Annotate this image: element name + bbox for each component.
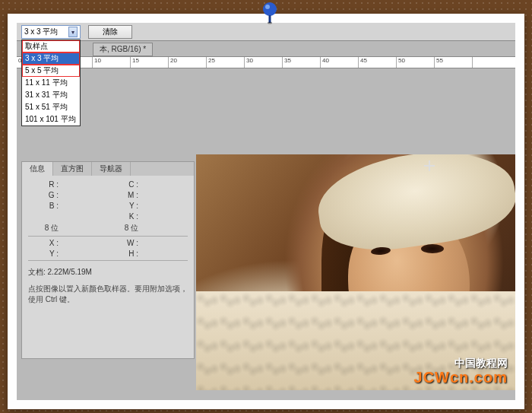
clear-button[interactable]: 清除	[88, 25, 132, 39]
ruler-mark: 15	[131, 57, 169, 68]
color-sampler-cursor-icon	[424, 160, 435, 171]
ruler-mark: 50	[397, 57, 435, 68]
separator	[28, 260, 188, 261]
label-b: B :	[28, 202, 59, 210]
ruler-mark: 25	[207, 57, 245, 68]
label-c: C :	[108, 180, 138, 189]
svg-point-2	[268, 22, 272, 24]
ruler-mark: 10	[93, 57, 131, 68]
canvas[interactable]: 中国教程网 JCWcn.com	[196, 154, 515, 390]
svg-point-0	[263, 2, 277, 16]
options-bar: 3 x 3 平均 ▾ 清除	[17, 23, 515, 41]
info-panel: 信息 直方图 导航器 R : C : G : M : B : Y :	[21, 161, 195, 359]
label-r: R :	[28, 180, 59, 189]
doc-value: 2.22M/5.19M	[48, 268, 92, 276]
chevron-down-icon: ▾	[68, 27, 78, 37]
horizontal-ruler: 0 5 10 15 20 25 30 35 40 45 50 55	[17, 56, 515, 68]
tab-info[interactable]: 信息	[22, 162, 53, 176]
label-g: G :	[28, 191, 59, 199]
label-h: H :	[108, 249, 138, 258]
dropdown-item-51x51[interactable]: 51 x 51 平均	[22, 101, 80, 113]
label-y: Y :	[108, 202, 138, 210]
sample-size-select[interactable]: 3 x 3 平均 ▾	[21, 25, 81, 39]
image-content: 中国教程网 JCWcn.com	[196, 154, 515, 390]
label-y-coord: Y :	[28, 249, 59, 258]
doc-size-row: 文档: 2.22M/5.19M	[28, 267, 188, 278]
dropdown-item-point[interactable]: 取样点	[22, 40, 80, 52]
pushpin-decoration	[260, 2, 280, 24]
tab-navigator[interactable]: 导航器	[92, 162, 131, 176]
dropdown-item-11x11[interactable]: 11 x 11 平均	[22, 77, 80, 89]
svg-point-1	[265, 5, 270, 9]
ruler-mark: 45	[359, 57, 397, 68]
sample-size-dropdown: 取样点 3 x 3 平均 5 x 5 平均 11 x 11 平均 31 x 31…	[21, 40, 81, 126]
watermark: 中国教程网 JCWcn.com	[414, 357, 508, 386]
tab-histogram[interactable]: 直方图	[53, 162, 92, 176]
ruler-mark: 40	[321, 57, 359, 68]
label-m: M :	[108, 191, 138, 199]
dropdown-item-5x5[interactable]: 5 x 5 平均	[22, 65, 80, 77]
ruler-mark: 35	[283, 57, 321, 68]
dropdown-item-3x3[interactable]: 3 x 3 平均	[22, 52, 80, 65]
bit-depth-left: 8 位	[28, 223, 59, 234]
info-panel-body: R : C : G : M : B : Y : K : 8 位 8 位	[22, 176, 194, 310]
doc-label: 文档:	[28, 268, 46, 276]
bit-depth-right: 8 位	[108, 223, 138, 234]
watermark-line1: 中国教程网	[414, 357, 508, 369]
ruler-mark: 20	[169, 57, 207, 68]
info-panel-tabs: 信息 直方图 导航器	[22, 162, 194, 176]
separator	[28, 236, 188, 237]
dropdown-item-31x31[interactable]: 31 x 31 平均	[22, 89, 80, 101]
label-x: X :	[28, 239, 59, 247]
ruler-mark: 55	[435, 57, 473, 68]
photo-frame: 3 x 3 平均 ▾ 清除 取样点 3 x 3 平均 5 x 5 平均 11 x…	[8, 14, 524, 409]
sample-size-value: 3 x 3 平均	[24, 27, 58, 37]
label-k: K :	[108, 212, 138, 221]
label-w: W :	[108, 239, 138, 247]
ruler-mark: 30	[245, 57, 283, 68]
document-tab[interactable]: 本, RGB/16) *	[93, 43, 153, 56]
info-hint-text: 点按图像以置入新颜色取样器。要用附加选项，使用 Ctrl 键。	[28, 284, 188, 305]
watermark-line2: JCWcn.com	[414, 369, 508, 386]
app-window: 3 x 3 平均 ▾ 清除 取样点 3 x 3 平均 5 x 5 平均 11 x…	[17, 23, 515, 400]
dropdown-item-101x101[interactable]: 101 x 101 平均	[22, 113, 80, 125]
